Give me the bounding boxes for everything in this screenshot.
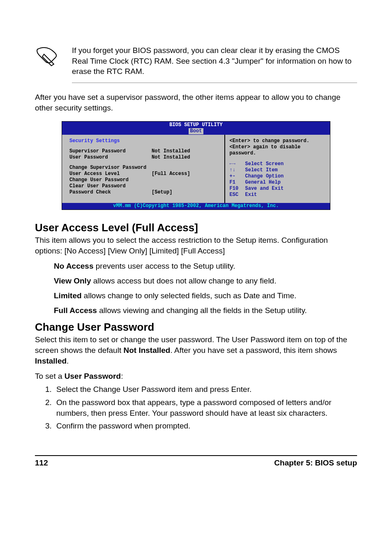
cup-desc: Select this item to set or change the us… [35, 334, 357, 366]
footer-divider [35, 455, 357, 456]
ual-item: Full Access allows viewing and changing … [54, 306, 357, 315]
bios-row: Change Supervisor Password [69, 165, 219, 171]
note-text: If you forget your BIOS password, you ca… [72, 45, 357, 77]
bios-help-key: +-Change Option [229, 173, 326, 180]
bios-help-text: <Enter> to change password.<Enter> again… [229, 138, 326, 157]
bios-row: Change User Password [69, 177, 219, 183]
bios-row: User Access Level[Full Access] [69, 171, 219, 177]
bios-row: Supervisor PasswordNot Installed [69, 148, 219, 154]
bios-section-heading: Security Settings [69, 138, 219, 144]
bios-screenshot: BIOS SETUP UTILITY Boot Security Setting… [62, 121, 330, 210]
bios-row: Password Check[Setup] [69, 189, 219, 196]
page-number: 112 [35, 458, 48, 467]
bios-help-key: ESCExit [229, 192, 326, 198]
bios-help-keys: ←→Select Screen↑↓Select Item+-Change Opt… [229, 161, 326, 198]
cup-to-set: To set a User Password: [35, 372, 357, 381]
note-block: If you forget your BIOS password, you ca… [35, 45, 357, 83]
ual-desc: This item allows you to select the acces… [35, 235, 357, 256]
step-item: Confirm the password when prompted. [54, 421, 357, 431]
note-divider [72, 83, 357, 83]
intro-paragraph: After you have set a supervisor password… [35, 92, 357, 113]
chapter-label: Chapter 5: BIOS setup [274, 458, 357, 467]
cup-steps-list: Select the Change User Password item and… [48, 384, 357, 431]
heading-change-user-password: Change User Password [35, 321, 357, 334]
pencil-icon [35, 47, 60, 67]
bios-help-key: F1General Help [229, 180, 326, 186]
heading-user-access-level: User Access Level (Full Access] [35, 221, 357, 234]
ual-item: No Access prevents user access to the Se… [54, 262, 357, 271]
bios-help-key: ↑↓Select Item [229, 167, 326, 173]
bios-help-key: ←→Select Screen [229, 161, 326, 167]
bios-copyright: vMM.mm (C)Copyright 1985-2002, American … [62, 203, 330, 210]
ual-item: Limited allows change to only selected f… [54, 291, 357, 300]
bios-title: BIOS SETUP UTILITY [62, 122, 330, 128]
bios-menu-selected: Boot [189, 128, 204, 134]
bios-row: User PasswordNot Installed [69, 154, 219, 161]
step-item: On the password box that appears, type a… [54, 397, 357, 418]
bios-help-key: F10Save and Exit [229, 186, 326, 192]
bios-row: Clear User Password [69, 183, 219, 189]
ual-item: View Only allows access but does not all… [54, 276, 357, 286]
step-item: Select the Change User Password item and… [54, 384, 357, 395]
